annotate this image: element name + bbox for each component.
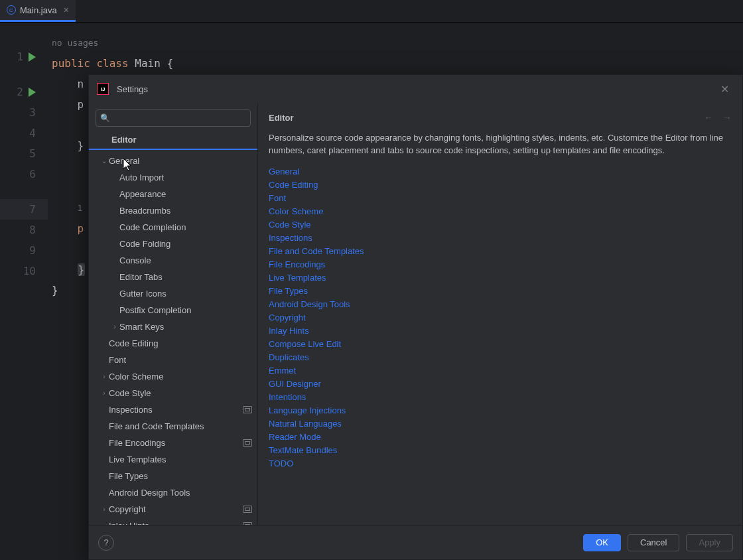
tree-arrow-spacer <box>100 340 109 347</box>
settings-link-natural-languages[interactable]: Natural Languages <box>269 419 726 429</box>
settings-link-reader-mode[interactable]: Reader Mode <box>269 432 726 442</box>
tree-item-smart-keys[interactable]: ›Smart Keys <box>89 318 257 335</box>
settings-link-file-types[interactable]: File Types <box>269 286 726 296</box>
settings-links: GeneralCode EditingFontColor SchemeCode … <box>269 167 726 468</box>
tree-item-inlay-hints[interactable]: Inlay Hints <box>89 518 257 525</box>
tree-item-code-editing[interactable]: Code Editing <box>89 335 257 352</box>
settings-link-duplicates[interactable]: Duplicates <box>269 352 726 362</box>
tree-item-android-design-tools[interactable]: Android Design Tools <box>89 484 257 501</box>
tree-item-copyright[interactable]: ›Copyright <box>89 501 257 518</box>
settings-link-copyright[interactable]: Copyright <box>269 313 726 322</box>
tree-item-label: Copyright <box>109 504 146 514</box>
tree-item-console[interactable]: Console <box>89 252 257 269</box>
tree-item-general[interactable]: ⌄General <box>89 153 257 169</box>
tree-item-label: File Encodings <box>109 438 165 448</box>
close-dialog-icon[interactable]: ✕ <box>715 80 734 98</box>
tree-item-editor-tabs[interactable]: Editor Tabs <box>89 269 257 285</box>
tree-item-label: Code Style <box>109 388 151 398</box>
tree-item-breadcrumbs[interactable]: Breadcrumbs <box>89 202 257 219</box>
tree-item-label: Postfix Completion <box>119 305 191 315</box>
editor-gutter: 1 2 3 4 5 6 7 8 9 10 <box>0 23 52 560</box>
dialog-title: Settings <box>117 84 148 94</box>
close-tab-icon[interactable]: × <box>64 5 69 15</box>
tree-item-label: Smart Keys <box>119 322 164 332</box>
settings-link-compose-live-edit[interactable]: Compose Live Edit <box>269 339 726 349</box>
settings-link-inspections[interactable]: Inspections <box>269 233 726 243</box>
nav-forward-icon[interactable]: → <box>722 112 732 123</box>
tree-item-code-style[interactable]: ›Code Style <box>89 385 257 401</box>
tree-item-file-encodings[interactable]: File Encodings <box>89 435 257 451</box>
tree-item-label: Color Scheme <box>109 372 163 382</box>
settings-link-textmate-bundles[interactable]: TextMate Bundles <box>269 445 726 455</box>
line-number: 5 <box>24 143 36 164</box>
settings-link-emmet[interactable]: Emmet <box>269 366 726 376</box>
settings-link-inlay-hints[interactable]: Inlay Hints <box>269 326 726 336</box>
settings-link-font[interactable]: Font <box>269 193 726 203</box>
tree-item-inspections[interactable]: Inspections <box>89 401 257 418</box>
settings-link-color-scheme[interactable]: Color Scheme <box>269 206 726 216</box>
tree-item-code-folding[interactable]: Code Folding <box>89 236 257 252</box>
settings-description: Personalize source code appearance by ch… <box>269 132 726 157</box>
tree-item-label: File and Code Templates <box>109 421 204 431</box>
tree-arrow-spacer <box>110 257 119 264</box>
chevron-right-icon: › <box>100 506 109 513</box>
tree-item-label: Editor Tabs <box>119 272 163 282</box>
settings-link-intentions[interactable]: Intentions <box>269 392 726 402</box>
tree-root-editor[interactable]: Editor <box>89 131 257 150</box>
tree-item-label: Appearance <box>119 189 166 199</box>
settings-link-todo[interactable]: TODO <box>269 458 726 468</box>
editor-tab-bar: C Main.java × <box>0 0 743 23</box>
ok-button[interactable]: OK <box>583 534 621 551</box>
tree-item-code-completion[interactable]: Code Completion <box>89 219 257 236</box>
nav-back-icon[interactable]: ← <box>704 112 713 123</box>
tree-item-label: Font <box>109 355 126 365</box>
file-tab-main-java[interactable]: C Main.java × <box>0 0 76 22</box>
tree-item-label: Auto Import <box>119 173 164 182</box>
line-number: 3 <box>24 102 36 123</box>
help-button[interactable]: ? <box>98 535 114 551</box>
tree-item-gutter-icons[interactable]: Gutter Icons <box>89 285 257 302</box>
chevron-right-icon: › <box>110 323 119 330</box>
tree-item-auto-import[interactable]: Auto Import <box>89 169 257 186</box>
tree-arrow-spacer <box>100 356 109 364</box>
line-number: 9 <box>24 240 36 261</box>
tree-arrow-spacer <box>100 439 109 447</box>
cancel-button[interactable]: Cancel <box>628 534 679 551</box>
settings-link-code-editing[interactable]: Code Editing <box>269 180 726 190</box>
tree-item-file-and-code-templates[interactable]: File and Code Templates <box>89 418 257 435</box>
settings-link-gui-designer[interactable]: GUI Designer <box>269 379 726 389</box>
tree-item-label: Gutter Icons <box>119 289 167 299</box>
run-gutter-icon[interactable] <box>29 52 36 62</box>
settings-link-file-encodings[interactable]: File Encodings <box>269 259 726 269</box>
tree-arrow-spacer <box>110 174 119 181</box>
java-class-icon: C <box>7 5 16 15</box>
tree-arrow-spacer <box>100 472 109 480</box>
tree-item-live-templates[interactable]: Live Templates <box>89 451 257 468</box>
settings-content-panel: Editor ← → Personalize source code appea… <box>258 103 742 525</box>
tree-item-label: Code Editing <box>109 338 158 348</box>
tree-item-file-types[interactable]: File Types <box>89 468 257 484</box>
apply-button[interactable]: Apply <box>686 534 733 551</box>
tree-item-font[interactable]: Font <box>89 352 257 368</box>
settings-link-general[interactable]: General <box>269 167 726 176</box>
settings-link-android-design-tools[interactable]: Android Design Tools <box>269 299 726 309</box>
chevron-right-icon: › <box>100 373 109 380</box>
settings-link-live-templates[interactable]: Live Templates <box>269 273 726 283</box>
settings-tree[interactable]: ⌄General Auto Import Appearance Breadcru… <box>89 150 257 525</box>
tree-item-postfix-completion[interactable]: Postfix Completion <box>89 302 257 318</box>
line-number: 2 <box>11 82 23 102</box>
dialog-title-bar: Settings ✕ <box>89 75 742 103</box>
search-input[interactable] <box>113 113 246 123</box>
settings-link-file-and-code-templates[interactable]: File and Code Templates <box>269 246 726 256</box>
settings-link-language-injections[interactable]: Language Injections <box>269 405 726 415</box>
tree-item-label: Breadcrumbs <box>119 206 170 216</box>
tree-item-appearance[interactable]: Appearance <box>89 186 257 202</box>
run-gutter-icon[interactable] <box>29 88 36 97</box>
tree-item-color-scheme[interactable]: ›Color Scheme <box>89 368 257 385</box>
settings-link-code-style[interactable]: Code Style <box>269 220 726 230</box>
search-icon: 🔍 <box>100 113 110 123</box>
project-scope-icon <box>243 439 252 447</box>
tree-item-label: General <box>109 156 139 166</box>
settings-search[interactable]: 🔍 <box>96 109 251 127</box>
tree-item-label: Live Templates <box>109 455 166 464</box>
